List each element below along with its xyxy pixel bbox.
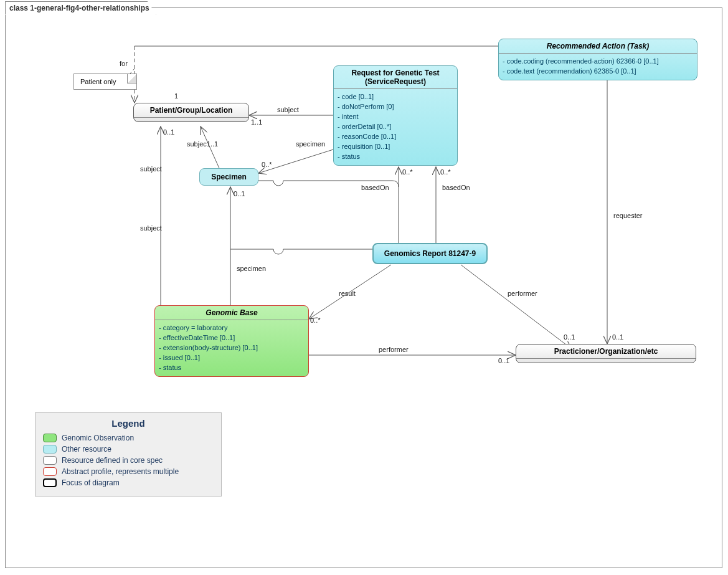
- edge-label-subject: subject: [140, 165, 162, 173]
- mult: 0..1: [564, 333, 575, 341]
- swatch-green-icon: [43, 434, 57, 442]
- mult: 0..*: [310, 316, 321, 324]
- mult: 0..1: [612, 333, 623, 341]
- class-title: Patient/Group/Location: [134, 103, 248, 117]
- edge-label-basedon: basedOn: [361, 184, 389, 191]
- class-attributes: category = laboratory effectiveDateTime …: [155, 320, 308, 376]
- attr: code.text (recommendation) 62385-0 [0..1…: [509, 66, 693, 76]
- attr: orderDetail [0..*]: [344, 121, 453, 131]
- class-patient-group-location: Patient/Group/Location: [133, 103, 249, 122]
- edge-label-for: for: [120, 60, 128, 67]
- attr: code.coding (recommended-action) 62366-0…: [509, 56, 693, 66]
- attr: status: [165, 363, 305, 373]
- attr: extension(body-structure) [0..1]: [165, 343, 305, 353]
- mult: 0..*: [440, 168, 451, 176]
- class-attributes: code.coding (recommended-action) 62366-0…: [499, 53, 697, 80]
- mult: 0..1: [498, 357, 509, 364]
- mult: 0..1: [234, 190, 245, 197]
- legend: Legend Genomic Observation Other resourc…: [35, 412, 222, 497]
- swatch-abstract-icon: [43, 467, 57, 476]
- class-recommended-action: Recommended Action (Task) code.coding (r…: [498, 39, 697, 80]
- attr: code [0..1]: [344, 92, 453, 102]
- edge-label-requester: requester: [613, 212, 642, 219]
- swatch-focus-icon: [43, 478, 57, 487]
- mult: 1..1: [251, 118, 262, 126]
- attr: issued [0..1]: [165, 353, 305, 363]
- legend-title: Legend: [43, 418, 214, 429]
- class-attributes: code [0..1] doNotPerform [0] intent orde…: [334, 88, 457, 165]
- class-service-request: Request for Genetic Test (ServiceRequest…: [333, 65, 458, 166]
- edge-label-specimen: specimen: [296, 140, 325, 148]
- class-title: Specimen: [200, 169, 258, 185]
- legend-row: Genomic Observation: [43, 434, 214, 442]
- mult: 0..*: [402, 168, 413, 176]
- note-text: Patient only: [80, 78, 116, 85]
- mult: 1: [174, 92, 178, 100]
- attr: requisition [0..1]: [344, 141, 453, 151]
- frame-title: class 1-general-fig4-other-relationships: [5, 1, 156, 15]
- legend-row: Focus of diagram: [43, 478, 214, 487]
- swatch-cyan-icon: [43, 445, 57, 454]
- class-genomics-report: Genomics Report 81247-9: [372, 243, 488, 264]
- class-title: Genomic Base: [155, 306, 308, 320]
- class-genomic-base: Genomic Base category = laboratory effec…: [154, 305, 309, 377]
- attr: category = laboratory: [165, 323, 305, 333]
- attr: intent: [344, 112, 453, 121]
- legend-row: Abstract profile, represents multiple: [43, 467, 214, 476]
- legend-row: Other resource: [43, 445, 214, 454]
- class-title: Request for Genetic Test (ServiceRequest…: [334, 66, 457, 88]
- edge-label-performer: performer: [379, 346, 409, 353]
- swatch-core-icon: [43, 456, 57, 465]
- attr: status: [344, 151, 453, 161]
- class-specimen: Specimen: [199, 168, 258, 186]
- class-title: Recommended Action (Task): [499, 39, 697, 53]
- mult: 0..*: [262, 161, 272, 168]
- class-title: Genomics Report 81247-9: [374, 244, 486, 263]
- attr: reasonCode [0..1]: [344, 131, 453, 141]
- edge-label-basedon: basedOn: [442, 184, 470, 191]
- legend-row: Resource defined in core spec: [43, 456, 214, 465]
- diagram-canvas: class 1-general-fig4-other-relationships: [0, 0, 728, 575]
- edge-label-subject: subject: [140, 224, 162, 232]
- mult: 0..1: [163, 128, 174, 136]
- note-patient-only: Patient only: [73, 74, 137, 90]
- class-title: Practicioner/Organization/etc: [516, 345, 696, 358]
- attr: effectiveDateTime [0..1]: [165, 333, 305, 343]
- edge-label-performer: performer: [508, 290, 537, 297]
- edge-label-subject: subjec1..1: [187, 140, 218, 148]
- edge-label-specimen: specimen: [237, 265, 266, 272]
- attr: doNotPerform [0]: [344, 102, 453, 112]
- class-practitioner: Practicioner/Organization/etc: [516, 344, 696, 363]
- edge-label-subject: subject: [277, 106, 299, 113]
- edge-label-result: result: [339, 290, 356, 297]
